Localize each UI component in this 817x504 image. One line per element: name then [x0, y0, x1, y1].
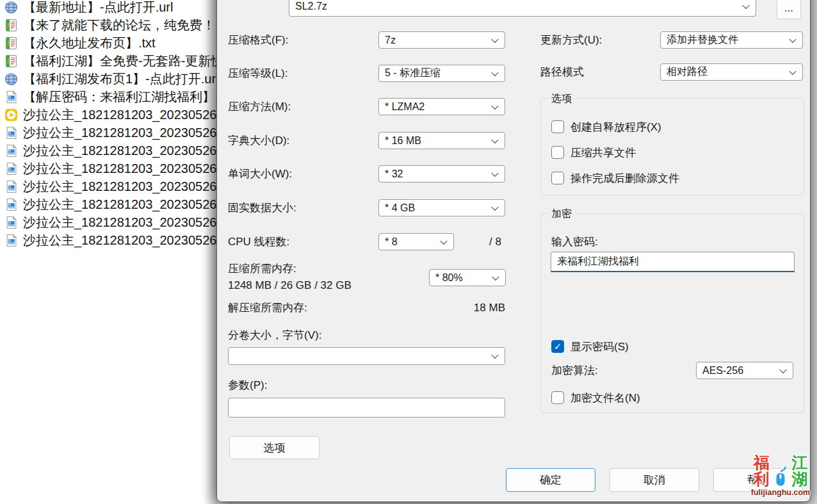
options-group: 选项 创建自释放程序(X) 压缩共享文件 操作完成后删除源文件 — [540, 98, 804, 195]
update-mode-label: 更新方式(U): — [540, 31, 602, 49]
word-size-label: 单词大小(W): — [228, 165, 292, 183]
list-item[interactable]: 【永久地址发布页】.txt — [0, 34, 218, 52]
word-size-value: * 32 — [385, 168, 403, 180]
delete-after-compress-label: 操作完成后删除源文件 — [570, 171, 679, 186]
list-item[interactable]: 【福利江湖】全免费-无套路-更新快.txt — [0, 52, 218, 70]
chevron-down-icon — [789, 67, 796, 74]
list-item[interactable]: 沙拉公主_1821281203_20230526_0 — [0, 142, 218, 159]
encryption-method-value: AES-256 — [702, 365, 743, 377]
list-item[interactable]: 沙拉公主_1821281203_20230526_0 — [0, 213, 218, 231]
checkbox-unchecked-icon — [551, 391, 564, 404]
cancel-button-label: 取消 — [643, 473, 665, 487]
path-mode-value: 相对路径 — [667, 65, 708, 79]
list-item[interactable]: 【解压密码：来福利江湖找福利】.jpg — [0, 88, 218, 106]
list-item[interactable]: 沙拉公主_1821281203_20230526_0 — [0, 159, 218, 177]
solid-block-size-value: * 4 GB — [385, 202, 415, 214]
path-mode-select[interactable]: 相对路径 — [660, 63, 803, 81]
memory-percent-select[interactable]: * 80% — [429, 269, 506, 286]
chevron-down-icon — [491, 69, 498, 76]
list-item[interactable]: 【来了就能下载的论坛，纯免费！】.txt — [0, 16, 218, 34]
image-file-icon — [4, 180, 18, 193]
checkbox-unchecked-icon — [551, 172, 564, 184]
memory-usage-detail: 1248 MB / 26 GB / 32 GB — [228, 277, 352, 294]
chevron-down-icon — [789, 35, 796, 42]
cpu-threads-total: / 8 — [489, 236, 501, 248]
text-file-icon — [4, 19, 18, 32]
archive-name-input[interactable]: SL2.7z — [289, 0, 756, 17]
decompress-memory-label: 解压缩所需内存: — [228, 299, 307, 316]
video-file-icon — [4, 108, 18, 122]
ok-button-label: 确定 — [540, 473, 562, 487]
image-file-icon — [4, 126, 18, 140]
image-file-icon — [4, 144, 18, 158]
compression-level-select[interactable]: 5 - 标准压缩 — [378, 65, 505, 82]
checkbox-unchecked-icon — [551, 120, 564, 133]
password-input[interactable] — [551, 252, 795, 272]
chevron-down-icon — [491, 169, 498, 176]
solid-block-size-select[interactable]: * 4 GB — [378, 199, 505, 216]
browse-button-label: ... — [784, 2, 793, 15]
compression-method-select[interactable]: * LZMA2 — [378, 98, 505, 115]
password-label: 输入密码: — [551, 233, 598, 250]
text-file-icon — [4, 54, 18, 68]
compress-shared-checkbox[interactable]: 压缩共享文件 — [551, 145, 636, 159]
list-item[interactable]: 沙拉公主_1821281203_20230526_0 — [0, 124, 218, 142]
dictionary-size-value: * 16 MB — [385, 135, 421, 147]
encryption-method-select[interactable]: AES-256 — [696, 362, 793, 379]
solid-block-size-label: 固实数据大小: — [228, 199, 296, 216]
text-file-icon — [4, 37, 18, 50]
compression-method-value: * LZMA2 — [385, 101, 425, 113]
file-list-panel: 【最新地址】-点此打开.url 【来了就能下载的论坛，纯免费！】.txt 【永久… — [0, 0, 218, 504]
chevron-down-icon — [491, 35, 498, 42]
show-password-checkbox[interactable]: ✓ 显示密码(S) — [551, 339, 629, 354]
dictionary-size-select[interactable]: * 16 MB — [378, 132, 505, 149]
encrypt-filenames-checkbox[interactable]: 加密文件名(N) — [551, 391, 640, 405]
checkbox-checked-icon: ✓ — [551, 340, 564, 353]
ok-button[interactable]: 确定 — [506, 468, 595, 492]
volume-size-combobox[interactable] — [228, 347, 505, 365]
delete-after-compress-checkbox[interactable]: 操作完成后删除源文件 — [551, 171, 679, 185]
help-button[interactable]: 帮助 — [713, 468, 803, 492]
chevron-down-icon — [491, 102, 498, 109]
update-mode-select[interactable]: 添加并替换文件 — [660, 31, 803, 49]
encryption-group: 加密 输入密码: ✓ 显示密码(S) 加密算法: AES-256 加密文件名(N… — [540, 213, 804, 413]
options-button-label: 选项 — [264, 441, 286, 455]
image-file-icon — [4, 216, 18, 229]
compression-format-label: 压缩格式(F): — [228, 31, 288, 49]
update-mode-value: 添加并替换文件 — [667, 33, 738, 47]
dictionary-size-label: 字典大小(D): — [228, 132, 289, 149]
image-file-icon — [4, 234, 18, 247]
word-size-select[interactable]: * 32 — [378, 165, 505, 183]
compression-format-select[interactable]: 7z — [378, 31, 505, 49]
compress-shared-label: 压缩共享文件 — [570, 145, 636, 160]
list-item[interactable]: 沙拉公主_1821281203_20230526_0 — [0, 106, 218, 124]
list-item[interactable]: 沙拉公主_1821281203_20230526_0 — [0, 231, 218, 249]
list-item[interactable]: 沙拉公主_1821281203_20230526_0 — [0, 177, 218, 195]
list-item[interactable]: 【福利江湖发布页1】-点此打开.url — [0, 70, 218, 88]
cpu-threads-value: * 8 — [385, 236, 398, 248]
parameters-label: 参数(P): — [228, 377, 267, 394]
encrypt-filenames-label: 加密文件名(N) — [570, 391, 640, 405]
compression-format-value: 7z — [385, 35, 396, 46]
add-to-archive-dialog: SL2.7z ... 压缩格式(F): 7z 压缩等级(L): 5 - 标准压缩… — [216, 0, 811, 502]
create-sfx-label: 创建自释放程序(X) — [570, 120, 661, 134]
path-mode-label: 路径模式 — [540, 63, 584, 81]
compression-method-label: 压缩方法(M): — [228, 98, 291, 115]
cpu-threads-select[interactable]: * 8 — [378, 233, 454, 250]
parameters-input[interactable] — [228, 398, 505, 418]
chevron-down-icon — [742, 2, 749, 9]
image-file-icon — [4, 90, 18, 104]
options-group-title: 选项 — [548, 92, 575, 105]
browse-button[interactable]: ... — [777, 0, 801, 19]
encryption-group-title: 加密 — [548, 207, 575, 220]
compression-level-value: 5 - 标准压缩 — [385, 67, 441, 80]
cancel-button[interactable]: 取消 — [610, 468, 699, 492]
list-item[interactable]: 【最新地址】-点此打开.url — [0, 0, 218, 16]
cpu-threads-label: CPU 线程数: — [228, 233, 289, 250]
options-button[interactable]: 选项 — [229, 436, 320, 459]
decompress-memory-value: 18 MB — [448, 302, 505, 314]
list-item[interactable]: 沙拉公主_1821281203_20230526_0 — [0, 195, 218, 213]
show-password-label: 显示密码(S) — [570, 339, 629, 354]
create-sfx-checkbox[interactable]: 创建自释放程序(X) — [551, 120, 661, 134]
chevron-down-icon — [491, 352, 498, 359]
